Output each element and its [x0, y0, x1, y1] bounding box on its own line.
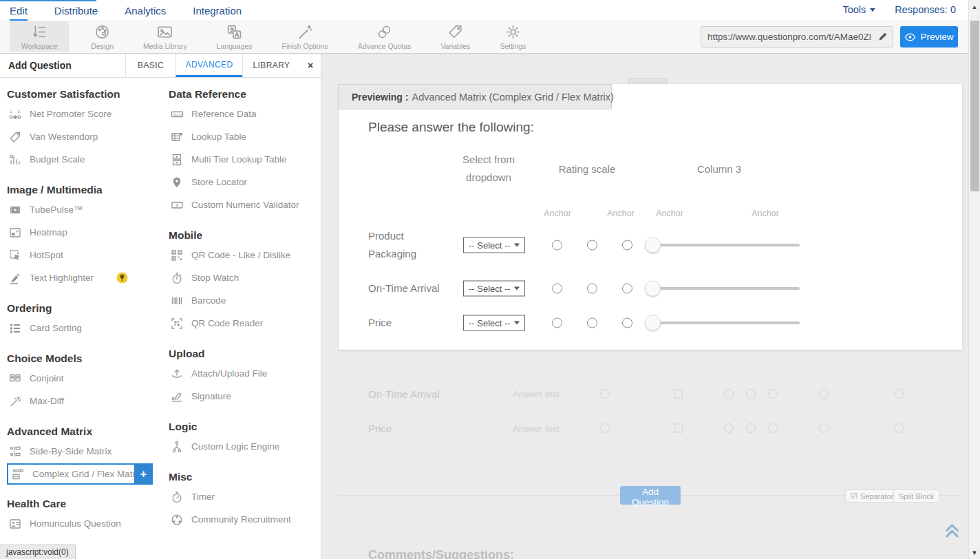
question-type-signature[interactable]: Signature	[169, 385, 320, 408]
question-type-timer[interactable]: Timer	[169, 485, 320, 508]
close-panel-button[interactable]: ×	[300, 54, 321, 77]
scrollbar-up-arrow-icon[interactable]: ▲	[969, 1, 980, 12]
editor-radio[interactable]	[819, 389, 829, 399]
question-type-attach-upload-file[interactable]: Attach/Upload File	[169, 362, 320, 385]
slider-handle[interactable]	[645, 238, 661, 253]
question-type-qr-code-like-dislike[interactable]: QR Code - Like / Dislike	[169, 244, 320, 266]
preview-button[interactable]: Preview	[900, 26, 958, 48]
question-type-card-sorting[interactable]: Card Sorting	[7, 317, 169, 339]
rating-radio[interactable]	[552, 318, 562, 328]
toolbar-button-design[interactable]: Design	[83, 21, 121, 53]
section-heading: Ordering	[7, 300, 169, 317]
question-type-lookup-table[interactable]: Lookup Table	[169, 125, 320, 148]
section-heading: Mobile	[169, 227, 320, 244]
new-feature-badge	[116, 272, 128, 284]
question-type-tubepulse[interactable]: TubePulse™	[7, 198, 169, 221]
edit-url-button[interactable]	[872, 27, 893, 47]
editor-radio[interactable]	[894, 389, 904, 399]
question-type-text-highlighter[interactable]: Text Highlighter	[7, 266, 169, 289]
editor-radio[interactable]	[746, 423, 756, 433]
toolbar-button-variables[interactable]: Variables	[433, 21, 478, 53]
browser-status-bar: javascript:void(0)	[0, 545, 76, 559]
split-block-button[interactable]: Split Block	[893, 489, 939, 503]
toolbar-button-advance-quotas[interactable]: Advance Quotas	[350, 21, 419, 53]
editor-radio[interactable]	[724, 423, 734, 433]
question-type-van-westendorp[interactable]: Van Westendorp	[7, 125, 169, 148]
question-type-store-locator[interactable]: Store Locator	[169, 171, 320, 193]
nav-tab-edit[interactable]: Edit	[10, 2, 28, 21]
nav-tab-distribute[interactable]: Distribute	[54, 2, 98, 21]
slider-handle[interactable]	[645, 281, 661, 297]
rating-radio[interactable]	[587, 284, 597, 294]
question-type-max-diff[interactable]: Max-Diff	[7, 390, 169, 412]
question-type-budget-scale[interactable]: Budget Scale	[7, 148, 169, 171]
editor-checkbox[interactable]	[674, 424, 683, 433]
editor-radio[interactable]	[600, 423, 610, 433]
answer-text-placeholder: Answer text	[513, 389, 560, 399]
question-type-hotspot[interactable]: HotSpot	[7, 244, 169, 266]
toolbar-button-finish-options[interactable]: Finish Options	[275, 21, 336, 53]
rating-radio[interactable]	[622, 318, 632, 328]
toolbar-button-label: Advance Quotas	[358, 42, 412, 50]
slider-track[interactable]	[645, 321, 800, 324]
question-type-net-promoter-score[interactable]: 15Net Promoter Score	[7, 103, 169, 125]
panel-tab-advanced[interactable]: ADVANCED	[175, 54, 242, 77]
rating-radio[interactable]	[587, 318, 597, 328]
question-type-qr-code-reader[interactable]: QR Code Reader	[169, 312, 320, 335]
editor-radio[interactable]	[600, 389, 610, 399]
responses-count[interactable]: Responses: 0	[895, 4, 956, 15]
separator-toggle-button[interactable]: ☑ Separator	[845, 489, 899, 503]
editor-checkbox[interactable]	[674, 390, 683, 399]
rating-radio[interactable]	[622, 284, 632, 294]
scrollbar-down-arrow-icon[interactable]: ▼	[969, 547, 980, 558]
rating-radio[interactable]	[552, 284, 562, 294]
question-type-side-by-side-matrix[interactable]: Side-By-Side Matrix	[7, 440, 169, 463]
scrollbar-thumb[interactable]	[970, 21, 979, 191]
rating-radio[interactable]	[587, 240, 597, 251]
add-question-button[interactable]: Add Question	[620, 486, 681, 505]
question-type-homunculus-question[interactable]: Homunculus Question	[7, 512, 169, 535]
panel-tab-basic[interactable]: BASIC	[125, 54, 175, 77]
question-type-heatmap[interactable]: Heatmap	[7, 221, 169, 244]
tools-menu[interactable]: Tools	[842, 4, 875, 15]
matrix-select-dropdown[interactable]: -- Select --	[463, 315, 525, 331]
panel-tab-library[interactable]: LIBRARY	[242, 54, 300, 77]
question-type-custom-numeric-validator[interactable]: #Custom Numeric Validator	[169, 193, 320, 216]
question-type-stop-watch[interactable]: Stop Watch	[169, 266, 320, 289]
toolbar-button-languages[interactable]: Languages	[209, 21, 260, 53]
matrix-select-dropdown[interactable]: -- Select --	[463, 238, 525, 253]
slider-track[interactable]	[645, 244, 800, 246]
question-type-community-recruitment[interactable]: Community Recruitment	[169, 508, 320, 531]
editor-radio[interactable]	[768, 423, 778, 433]
section-mobile: MobileQR Code - Like / DislikeStop Watch…	[169, 227, 320, 335]
toolbar-button-workspace[interactable]: Workspace	[10, 21, 69, 52]
question-type-barcode[interactable]: Barcode	[169, 289, 320, 312]
toolbar-button-media-library[interactable]: Media Library	[136, 21, 195, 53]
rating-radio[interactable]	[552, 240, 562, 251]
editor-radio[interactable]	[746, 389, 756, 399]
survey-url-input[interactable]	[701, 32, 872, 42]
slider-track[interactable]	[645, 287, 800, 290]
survey-editor-faded-section: On-Time Arrival Answer text Price Answer…	[339, 350, 962, 559]
slider-handle[interactable]	[645, 315, 661, 331]
editor-radio[interactable]	[724, 389, 734, 399]
nav-tab-integration[interactable]: Integration	[193, 2, 242, 21]
window-scrollbar[interactable]: ▲ ▼	[968, 0, 980, 559]
nav-tab-analytics[interactable]: Analytics	[125, 2, 166, 21]
scroll-to-top-button[interactable]	[944, 522, 960, 542]
editor-radio[interactable]	[819, 423, 829, 433]
editor-radio[interactable]	[894, 423, 904, 433]
question-type-reference-data[interactable]: 94123Reference Data	[169, 103, 320, 125]
question-type-conjoint[interactable]: Conjoint	[7, 367, 169, 390]
rating-radio[interactable]	[622, 240, 632, 251]
matrix-select-dropdown[interactable]: -- Select --	[463, 281, 525, 297]
question-type-multi-tier-lookup-table[interactable]: Multi Tier Lookup Table	[169, 148, 320, 171]
question-type-label: QR Code Reader	[191, 318, 263, 328]
add-selected-question-button[interactable]: +	[134, 463, 153, 485]
editor-row-on-time-arrival: On-Time Arrival Answer text	[339, 380, 962, 408]
question-type-complex-grid-flex-matrix[interactable]: Complex Grid / Flex Matrix+	[7, 463, 153, 485]
question-type-label: Van Westendorp	[30, 131, 98, 142]
toolbar-button-settings[interactable]: Settings	[492, 21, 533, 53]
editor-radio[interactable]	[768, 389, 778, 399]
question-type-custom-logic-engine[interactable]: Custom Logic Engine	[169, 435, 320, 458]
